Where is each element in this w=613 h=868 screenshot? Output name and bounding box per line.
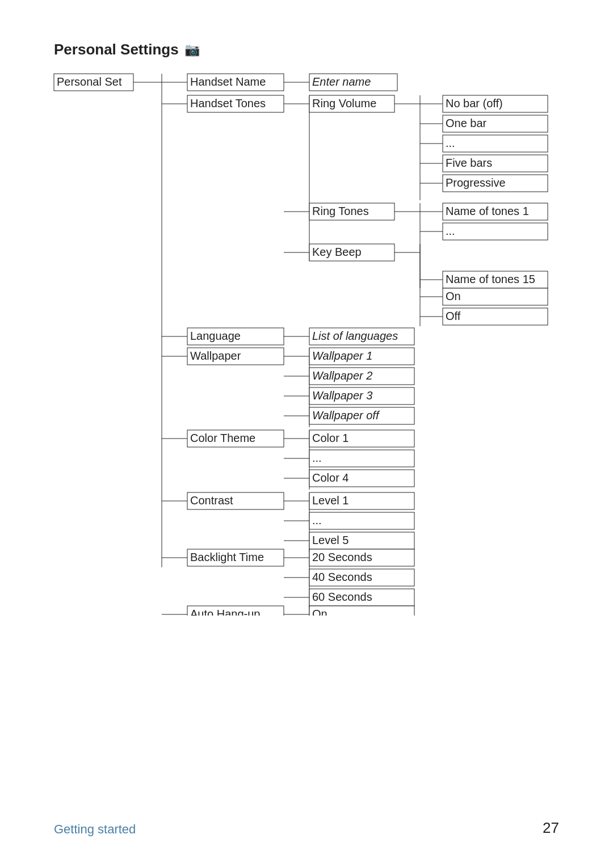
svg-text:Backlight Time: Backlight Time — [190, 551, 264, 563]
svg-text:Wallpaper 2: Wallpaper 2 — [312, 369, 372, 382]
svg-text:Enter name: Enter name — [312, 75, 371, 88]
camera-icon: 📷 — [184, 43, 200, 57]
svg-text:Wallpaper 1: Wallpaper 1 — [312, 349, 372, 362]
svg-text:Level 5: Level 5 — [312, 534, 349, 546]
svg-text:Ring Volume: Ring Volume — [312, 97, 376, 109]
svg-text:No bar (off): No bar (off) — [446, 97, 503, 109]
svg-text:20 Seconds: 20 Seconds — [312, 551, 372, 563]
svg-text:Wallpaper 3: Wallpaper 3 — [312, 389, 372, 402]
svg-text:On: On — [446, 290, 461, 302]
svg-text:Name of tones 1: Name of tones 1 — [446, 205, 529, 217]
svg-text:Wallpaper: Wallpaper — [190, 349, 241, 362]
svg-text:Off: Off — [446, 310, 461, 322]
svg-text:...: ... — [446, 137, 455, 149]
page-title: Personal Settings 📷 — [54, 41, 200, 58]
footer-getting-started: Getting started — [54, 822, 136, 837]
svg-text:Color Theme: Color Theme — [190, 432, 255, 444]
tree-diagram: Personal Set Handset Name Enter name Han… — [51, 71, 607, 616]
svg-text:Progressive: Progressive — [446, 176, 506, 189]
footer-page-number: 27 — [543, 819, 559, 837]
personal-set-label: Personal Set — [57, 75, 122, 88]
svg-rect-25 — [443, 135, 548, 152]
svg-rect-91 — [309, 450, 414, 467]
svg-text:Handset Name: Handset Name — [190, 75, 266, 88]
svg-rect-44 — [443, 223, 548, 240]
page-title-text: Personal Settings — [54, 41, 179, 58]
svg-rect-104 — [309, 512, 414, 529]
svg-text:60 Seconds: 60 Seconds — [312, 591, 372, 603]
svg-text:...: ... — [312, 452, 322, 464]
svg-text:Name of tones 15: Name of tones 15 — [446, 273, 535, 285]
svg-text:Wallpaper off: Wallpaper off — [312, 409, 380, 422]
svg-text:40 Seconds: 40 Seconds — [312, 571, 372, 583]
svg-text:...: ... — [446, 225, 455, 237]
svg-text:Handset Tones: Handset Tones — [190, 97, 266, 109]
svg-text:Level 1: Level 1 — [312, 494, 349, 507]
svg-text:Color 1: Color 1 — [312, 432, 349, 444]
svg-text:Contrast: Contrast — [190, 494, 233, 507]
svg-text:Key Beep: Key Beep — [312, 246, 362, 258]
svg-text:Language: Language — [190, 330, 241, 342]
svg-text:Color 4: Color 4 — [312, 471, 349, 484]
svg-text:Five bars: Five bars — [446, 157, 492, 169]
svg-text:One bar: One bar — [446, 117, 487, 129]
svg-text:...: ... — [312, 514, 322, 526]
svg-text:List of languages: List of languages — [312, 330, 398, 342]
svg-text:On: On — [312, 608, 328, 616]
svg-text:Auto Hang-up: Auto Hang-up — [190, 608, 260, 616]
svg-text:Ring Tones: Ring Tones — [312, 205, 369, 217]
